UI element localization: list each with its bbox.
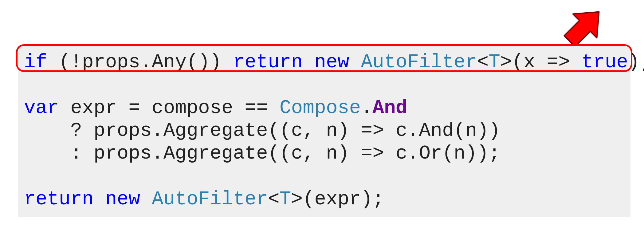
- code-line: return new AutoFilter<T>(expr);: [24, 188, 624, 211]
- code-token: [94, 188, 105, 210]
- code-token: Compose: [280, 97, 361, 119]
- code-token: >(expr);: [291, 188, 384, 210]
- code-line: : props.Aggregate((c, n) => c.Or(n));: [24, 142, 624, 165]
- code-token: T: [489, 51, 500, 73]
- code-token: .: [361, 97, 372, 119]
- code-line: ? props.Aggregate((c, n) => c.And(n)): [24, 120, 624, 142]
- code-line: if (!props.Any()) return new AutoFilter<…: [24, 51, 624, 74]
- callout-arrow-icon: [559, 2, 608, 52]
- code-line: [24, 165, 624, 188]
- code-token: : props.Aggregate((c, n) => c.Or(n));: [24, 143, 500, 164]
- code-token: (!props.Any()): [47, 51, 233, 73]
- code-token: And: [372, 97, 407, 119]
- code-token: return: [233, 51, 303, 73]
- code-token: new: [314, 51, 349, 73]
- code-token: T: [280, 188, 291, 210]
- code-token: AutoFilter: [152, 188, 268, 210]
- code-token: var: [24, 97, 59, 119]
- code-token: [140, 188, 152, 210]
- code-token: );: [628, 51, 644, 73]
- code-token: ? props.Aggregate((c, n) => c.And(n)): [24, 120, 500, 142]
- code-token: AutoFilter: [361, 51, 477, 73]
- code-block: if (!props.Any()) return new AutoFilter<…: [18, 46, 630, 217]
- code-token: [349, 51, 361, 73]
- code-line: [24, 74, 624, 96]
- code-token: <: [268, 188, 280, 210]
- code-line: var expr = compose == Compose.And: [24, 97, 624, 120]
- code-token: <: [477, 51, 489, 73]
- code-token: if: [24, 51, 47, 73]
- code-token: expr = compose ==: [59, 97, 279, 119]
- code-token: new: [105, 188, 140, 210]
- code-token: return: [24, 188, 94, 210]
- code-token: [303, 51, 314, 73]
- code-token: true: [582, 51, 628, 73]
- code-token: >(x =>: [500, 51, 582, 73]
